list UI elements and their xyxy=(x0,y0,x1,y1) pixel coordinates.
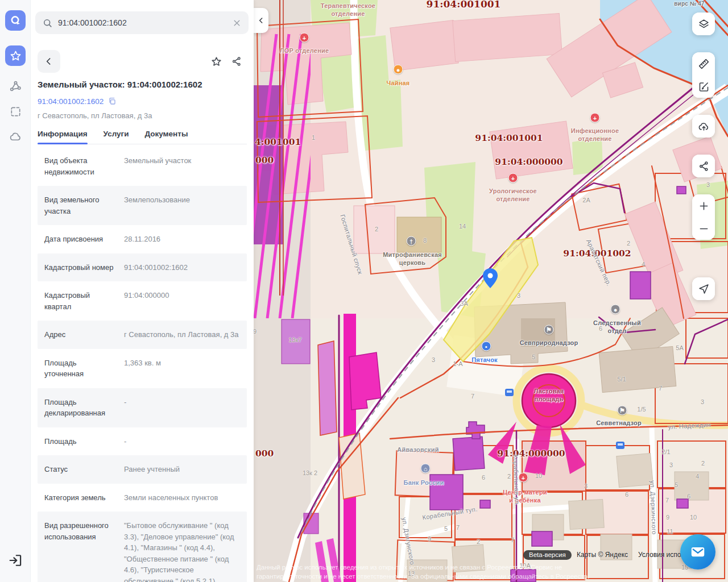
info-value: Ранее учтенный xyxy=(124,464,240,475)
panel-tabs: ИнформацияУслугиДокументы xyxy=(38,127,247,144)
locate-tool-button[interactable] xyxy=(692,277,715,300)
star-icon xyxy=(210,56,222,68)
ruler-tool-button[interactable] xyxy=(692,52,715,75)
app-logo[interactable] xyxy=(5,10,26,31)
info-row: Категория земельЗемли населенных пунктов xyxy=(38,484,247,512)
map-controls xyxy=(692,13,715,300)
share-icon xyxy=(698,160,710,172)
clear-search-icon[interactable] xyxy=(232,18,242,28)
info-value: 91:04:000000 xyxy=(124,290,240,312)
sidebar-item-favorites[interactable] xyxy=(5,45,26,66)
share-object-button[interactable] xyxy=(226,51,247,72)
info-label: Кадастровый квартал xyxy=(44,290,116,312)
info-label: Дата присвоения xyxy=(44,234,116,245)
tab-информация[interactable]: Информация xyxy=(38,127,88,144)
map-graphics: .pr{fill:#f6e4de;stroke:#dd4b2c;stroke-w… xyxy=(254,0,728,582)
info-row: Площадь декларированная- xyxy=(38,388,247,427)
info-value: 1,363 кв. м xyxy=(124,357,240,380)
object-address: г Севастополь, пл Ластовая, д 3а xyxy=(38,111,152,120)
zoom-out-tool-button[interactable] xyxy=(692,217,715,240)
sidebar-rail xyxy=(0,0,31,582)
info-value: - xyxy=(124,436,240,447)
info-value: г Севастополь, пл Ластовая, д 3а xyxy=(124,329,240,340)
info-row: Площадь уточненная1,363 кв. м xyxy=(38,349,247,388)
map-control-group xyxy=(692,52,715,98)
map-control-group xyxy=(692,115,715,138)
info-label: Вид объекта недвижимости xyxy=(44,155,116,177)
info-label: Вид земельного участка xyxy=(44,194,116,217)
map-control-group xyxy=(692,13,715,35)
collapse-panel-button[interactable] xyxy=(254,8,268,33)
maps-credit[interactable]: Карты © Яндекс xyxy=(577,551,628,559)
search-icon xyxy=(42,18,53,28)
share-icon xyxy=(231,56,242,67)
chevron-left-icon xyxy=(257,16,266,25)
logo-icon xyxy=(9,14,22,27)
map-control-group xyxy=(692,277,715,300)
zoom-in-tool-button[interactable] xyxy=(692,194,715,217)
app-window: Земельный участок: 91:04:001002:1602 91:… xyxy=(0,0,728,582)
info-row: Вид разрешенного использования"Бытовое о… xyxy=(38,512,247,582)
object-info-panel: Земельный участок: 91:04:001002:1602 91:… xyxy=(31,0,254,582)
info-value: "Бытовое обслуживание " (код 3.3), "Дело… xyxy=(124,520,240,582)
login-icon xyxy=(7,552,23,568)
favorite-object-button[interactable] xyxy=(206,51,226,72)
share-tool-button[interactable] xyxy=(692,155,715,177)
info-row: Адресг Севастополь, пл Ластовая, д 3а xyxy=(38,321,247,349)
tab-документы[interactable]: Документы xyxy=(145,127,188,144)
upload-tool-button[interactable] xyxy=(692,115,715,138)
info-label: Площадь декларированная xyxy=(44,397,116,419)
info-value: 91:04:001002:1602 xyxy=(124,262,240,273)
chevron-left-icon xyxy=(43,56,55,67)
search-bar xyxy=(35,11,249,34)
layers-icon xyxy=(698,18,710,30)
edit-icon xyxy=(698,81,710,93)
copy-button[interactable] xyxy=(107,97,117,106)
map-canvas[interactable]: .pr{fill:#f6e4de;stroke:#dd4b2c;stroke-w… xyxy=(254,0,728,582)
layers-tool-button[interactable] xyxy=(692,13,715,35)
login-button[interactable] xyxy=(7,552,23,568)
info-row: Дата присвоения28.11.2016 xyxy=(38,225,247,253)
info-label: Площадь xyxy=(44,436,116,447)
select-area-icon xyxy=(9,105,22,118)
info-row: Кадастровый квартал91:04:000000 xyxy=(38,281,247,321)
edit-tool-button[interactable] xyxy=(692,75,715,98)
search-input[interactable] xyxy=(58,18,227,27)
info-row: Площадь- xyxy=(38,427,247,456)
chat-button[interactable] xyxy=(680,534,715,569)
back-button[interactable] xyxy=(38,50,60,73)
info-row: Кадастровый номер91:04:001002:1602 xyxy=(38,253,247,282)
sidebar-item-select-area[interactable] xyxy=(5,101,26,122)
info-label: Кадастровый номер xyxy=(44,262,116,273)
upload-icon xyxy=(698,120,710,132)
beta-badge: Beta-версия xyxy=(523,550,572,560)
molecule-icon xyxy=(9,80,22,93)
info-label: Статус xyxy=(44,464,116,475)
envelope-icon xyxy=(689,543,706,560)
cadastral-link-row: 91:04:001002:1602 xyxy=(38,97,117,106)
star-icon xyxy=(9,49,22,63)
map-control-group xyxy=(692,194,715,240)
info-label: Вид разрешенного использования xyxy=(44,520,116,582)
panel-toolbar xyxy=(38,50,247,73)
info-value: Земельный участок xyxy=(124,155,240,177)
locate-icon xyxy=(698,283,710,295)
info-label: Категория земель xyxy=(44,492,116,504)
zoom-in-icon xyxy=(698,200,710,212)
zoom-out-icon xyxy=(698,223,710,235)
info-row: Вид объекта недвижимостиЗемельный участо… xyxy=(38,147,247,186)
info-value: Земли населенных пунктов xyxy=(124,492,240,504)
sidebar-item-cloud-services[interactable] xyxy=(5,126,26,147)
info-value: 28.11.2016 xyxy=(124,234,240,245)
tab-услуги[interactable]: Услуги xyxy=(104,127,129,144)
info-value: Землепользование xyxy=(124,194,240,217)
map-attribution: Beta-версия Карты © Яндекс Условия испол… xyxy=(254,548,728,565)
copy-icon xyxy=(107,97,117,106)
map-control-group xyxy=(692,155,715,177)
sidebar-item-geo-objects[interactable] xyxy=(5,76,26,97)
info-row: СтатусРанее учтенный xyxy=(38,455,247,484)
page-title: Земельный участок: 91:04:001002:1602 xyxy=(38,80,247,89)
ruler-icon xyxy=(698,58,710,70)
cadastral-number-link[interactable]: 91:04:001002:1602 xyxy=(38,97,104,106)
info-value: - xyxy=(124,397,240,419)
